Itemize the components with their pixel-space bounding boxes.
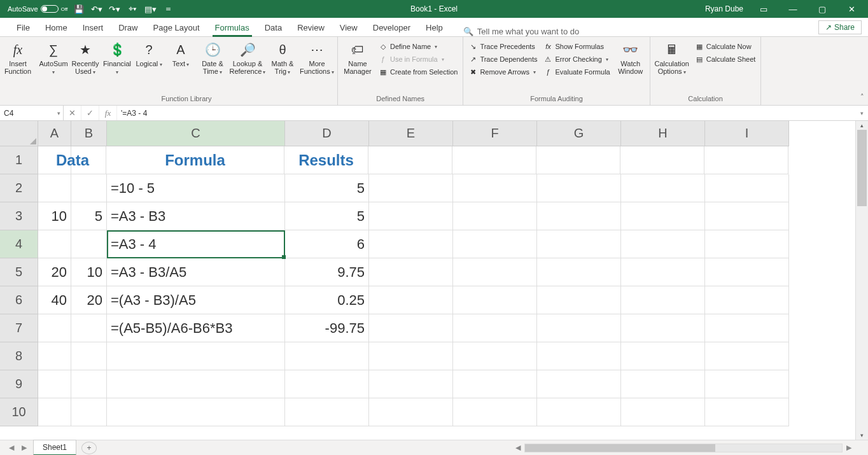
- cell-b8[interactable]: [71, 342, 107, 370]
- cell-g2[interactable]: [537, 174, 621, 202]
- cell-c6[interactable]: =(A3 - B3)/A5: [107, 286, 285, 314]
- cell-d9[interactable]: [285, 370, 369, 398]
- recently-used-button[interactable]: ★Recently Used: [70, 38, 101, 75]
- tab-review[interactable]: Review: [290, 19, 332, 36]
- math-trig-button[interactable]: θMath & Trig: [267, 38, 298, 75]
- cell-f3[interactable]: [453, 202, 537, 230]
- enter-formula-icon[interactable]: ✓: [81, 106, 99, 120]
- cell-f4[interactable]: [453, 230, 537, 258]
- row-head-7[interactable]: 7: [0, 314, 38, 342]
- cell-h9[interactable]: [621, 370, 705, 398]
- cell-g4[interactable]: [537, 230, 621, 258]
- trace-precedents-button[interactable]: ↘Trace Precedents: [466, 41, 540, 52]
- tab-draw[interactable]: Draw: [111, 19, 145, 36]
- cell-h2[interactable]: [621, 174, 705, 202]
- cell-i1[interactable]: [704, 146, 788, 174]
- scroll-right-icon[interactable]: ▶: [843, 444, 855, 452]
- col-head-a[interactable]: A: [38, 121, 71, 146]
- more-functions-button[interactable]: ⋯More Functions: [299, 38, 335, 75]
- cell-g7[interactable]: [537, 314, 621, 342]
- cell-a3[interactable]: 10: [38, 202, 71, 230]
- scroll-up-icon[interactable]: ▴: [856, 121, 868, 130]
- cell-i4[interactable]: [705, 230, 789, 258]
- scroll-left-icon[interactable]: ◀: [512, 444, 524, 452]
- tab-developer[interactable]: Developer: [365, 19, 418, 36]
- trace-dependents-button[interactable]: ↗Trace Dependents: [466, 53, 540, 65]
- cell-g5[interactable]: [537, 258, 621, 286]
- cell-h7[interactable]: [621, 314, 705, 342]
- cells-area[interactable]: Formula Results Data =10 - 5 5 10 5 =A3 …: [38, 146, 855, 440]
- name-manager-button[interactable]: 🏷Name Manager: [340, 38, 375, 75]
- cell-f6[interactable]: [453, 286, 537, 314]
- cell-g9[interactable]: [537, 370, 621, 398]
- tab-help[interactable]: Help: [418, 19, 451, 36]
- watch-window-button[interactable]: 👓Watch Window: [614, 38, 647, 75]
- cell-e6[interactable]: [369, 286, 453, 314]
- cell-i6[interactable]: [705, 286, 789, 314]
- tab-insert[interactable]: Insert: [75, 19, 111, 36]
- row-head-9[interactable]: 9: [0, 370, 38, 398]
- cell-b4[interactable]: [71, 230, 107, 258]
- tab-formulas[interactable]: Formulas: [207, 19, 257, 36]
- qat-dropdown-icon[interactable]: ＝: [162, 3, 174, 15]
- select-all-button[interactable]: [0, 121, 38, 146]
- show-formulas-button[interactable]: fxShow Formulas: [541, 41, 612, 52]
- row-head-1[interactable]: 1: [0, 146, 38, 174]
- cell-c8[interactable]: [107, 342, 285, 370]
- col-head-h[interactable]: H: [621, 121, 705, 146]
- cell-i7[interactable]: [705, 314, 789, 342]
- cell-e8[interactable]: [369, 342, 453, 370]
- insert-function-icon[interactable]: fx: [99, 106, 117, 120]
- name-box[interactable]: C4: [0, 106, 64, 120]
- cell-f7[interactable]: [453, 314, 537, 342]
- cell-a6[interactable]: 40: [38, 286, 71, 314]
- cell-b7[interactable]: [71, 314, 107, 342]
- cell-d10[interactable]: [285, 398, 369, 426]
- cell-b2[interactable]: [71, 174, 107, 202]
- cell-a5[interactable]: 20: [38, 258, 71, 286]
- horizontal-scrollbar[interactable]: ◀ ▶: [97, 440, 868, 455]
- undo-icon[interactable]: ↶▾: [90, 3, 103, 15]
- calculation-options-button[interactable]: 🖩Calculation Options: [653, 38, 691, 75]
- remove-arrows-button[interactable]: ✖Remove Arrows ▾: [466, 66, 540, 78]
- formula-input[interactable]: '=A3 - 4: [117, 106, 855, 120]
- cell-e2[interactable]: [369, 174, 453, 202]
- tell-me-search[interactable]: 🔍 Tell me what you want to do: [463, 27, 579, 36]
- close-icon[interactable]: ✕: [837, 0, 865, 18]
- tab-home[interactable]: Home: [38, 19, 75, 36]
- cancel-formula-icon[interactable]: ✕: [64, 106, 81, 120]
- cell-h6[interactable]: [621, 286, 705, 314]
- col-head-c[interactable]: C: [107, 121, 285, 146]
- maximize-icon[interactable]: ▢: [808, 0, 836, 18]
- financial-button[interactable]: 💲Financial: [102, 38, 132, 75]
- cell-h3[interactable]: [621, 202, 705, 230]
- cell-h4[interactable]: [621, 230, 705, 258]
- cell-e4[interactable]: [369, 230, 453, 258]
- row-head-6[interactable]: 6: [0, 286, 38, 314]
- text-button[interactable]: AText: [165, 38, 196, 67]
- cell-i3[interactable]: [705, 202, 789, 230]
- cell-e9[interactable]: [369, 370, 453, 398]
- tab-view[interactable]: View: [332, 19, 365, 36]
- cell-d8[interactable]: [285, 342, 369, 370]
- collapse-ribbon-icon[interactable]: ˄: [860, 93, 864, 101]
- insert-function-button[interactable]: fx Insert Function: [3, 38, 33, 75]
- cell-c9[interactable]: [107, 370, 285, 398]
- scroll-thumb-v[interactable]: [857, 130, 867, 206]
- cell-i9[interactable]: [705, 370, 789, 398]
- cell-b3[interactable]: 5: [71, 202, 107, 230]
- cell-h8[interactable]: [621, 342, 705, 370]
- cell-f1[interactable]: [452, 146, 536, 174]
- cell-e3[interactable]: [369, 202, 453, 230]
- cell-d6[interactable]: 0.25: [285, 286, 369, 314]
- cell-i10[interactable]: [705, 398, 789, 426]
- cell-i2[interactable]: [705, 174, 789, 202]
- cell-h1[interactable]: [620, 146, 704, 174]
- col-head-e[interactable]: E: [369, 121, 453, 146]
- cell-h5[interactable]: [621, 258, 705, 286]
- cell-c4[interactable]: =A3 - 4: [107, 230, 285, 258]
- row-head-5[interactable]: 5: [0, 258, 38, 286]
- tab-file[interactable]: File: [9, 19, 38, 36]
- col-head-b[interactable]: B: [71, 121, 107, 146]
- cell-b5[interactable]: 10: [71, 258, 107, 286]
